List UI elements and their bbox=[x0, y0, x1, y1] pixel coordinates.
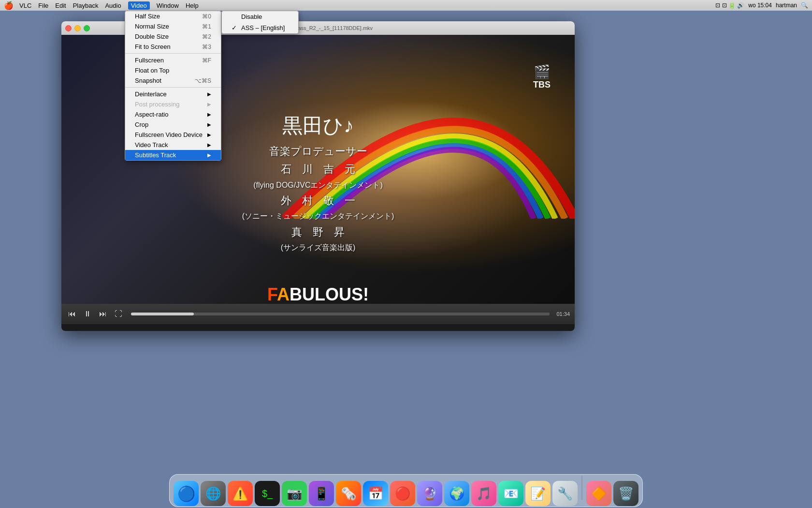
progress-fill bbox=[131, 313, 194, 315]
menubar-user: hartman bbox=[776, 2, 797, 9]
menu-subtitles-track[interactable]: Subtitles Track ▶ bbox=[125, 150, 221, 160]
menu-normal-size[interactable]: Normal Size ⌘1 bbox=[125, 21, 221, 31]
video-track-arrow-icon: ▶ bbox=[207, 142, 211, 148]
menu-deinterlace[interactable]: Deinterlace ▶ bbox=[125, 89, 221, 99]
maximize-button[interactable] bbox=[84, 25, 90, 31]
apple-menu[interactable]: 🍎 bbox=[4, 1, 14, 10]
menubar-window[interactable]: Window bbox=[157, 2, 179, 9]
menubar-right: ⊡ ⊡ 🔋 🔊 wo 15:04 hartman 🔍 bbox=[715, 2, 808, 9]
search-icon[interactable]: 🔍 bbox=[801, 2, 808, 9]
dock-icon-terminal[interactable]: $_ bbox=[255, 481, 280, 506]
menu-video-track-label: Video Track bbox=[135, 141, 168, 149]
menu-half-size[interactable]: Half Size ⌘0 bbox=[125, 11, 221, 21]
credits-line-2: 石 川 吉 元 bbox=[242, 161, 394, 178]
menu-float-on-top[interactable]: Float on Top bbox=[125, 65, 221, 75]
dock-icon-app7[interactable]: 🎵 bbox=[471, 481, 496, 506]
menu-fit-to-screen[interactable]: Fit to Screen ⌘3 bbox=[125, 42, 221, 52]
dock-icon-photos[interactable]: 📷 bbox=[282, 481, 307, 506]
menu-fit-to-screen-label: Fit to Screen bbox=[135, 43, 171, 50]
menu-fullscreen-label: Fullscreen bbox=[135, 57, 164, 64]
menu-normal-size-shortcut: ⌘1 bbox=[202, 23, 211, 30]
menu-fullscreen-video-device-label: Fullscreen Video Device bbox=[135, 131, 203, 138]
menu-sep-1 bbox=[125, 53, 221, 54]
subtitles-submenu: Disable ✓ ASS – [English] bbox=[221, 11, 299, 34]
dock: 🔵 🌐 ⚠️ $_ 📷 📱 🗞️ 📅 🔴 🔮 🌍 🎵 📧 📝 🔧 � bbox=[0, 469, 812, 508]
menubar-file[interactable]: File bbox=[38, 2, 48, 9]
dock-icon-safari[interactable]: 🌐 bbox=[201, 481, 226, 506]
progress-bar[interactable] bbox=[131, 313, 550, 315]
menu-aspect-ratio-label: Aspect-ratio bbox=[135, 111, 168, 118]
menu-half-size-label: Half Size bbox=[135, 13, 160, 20]
menubar-edit[interactable]: Edit bbox=[55, 2, 66, 9]
menu-crop-label: Crop bbox=[135, 121, 148, 128]
menu-double-size-shortcut: ⌘2 bbox=[202, 33, 211, 40]
menubar-playback[interactable]: Playback bbox=[73, 2, 99, 9]
credits-line-3: (flying DOG/JVCエンタテインメント) bbox=[242, 179, 394, 192]
menu-fullscreen[interactable]: Fullscreen ⌘F bbox=[125, 55, 221, 65]
video-menu: Half Size ⌘0 Normal Size ⌘1 Double Size … bbox=[125, 11, 221, 161]
menu-fullscreen-shortcut: ⌘F bbox=[202, 57, 211, 64]
credits-line-5: (ソニー・ミュージックエンタテインメント) bbox=[242, 210, 394, 223]
menu-sep-2 bbox=[125, 87, 221, 88]
menubar-audio[interactable]: Audio bbox=[105, 2, 121, 9]
menu-snapshot-shortcut: ⌥⌘S bbox=[195, 77, 211, 84]
aspect-ratio-arrow-icon: ▶ bbox=[207, 112, 211, 117]
menu-post-processing-label: Post processing bbox=[135, 101, 180, 108]
menu-double-size-label: Double Size bbox=[135, 33, 169, 40]
menubar-vlc[interactable]: VLC bbox=[19, 2, 31, 9]
subtitle-rest: BULOUS! bbox=[290, 284, 369, 304]
fast-forward-button[interactable]: ⏭ bbox=[97, 309, 109, 319]
deinterlace-arrow-icon: ▶ bbox=[207, 91, 211, 97]
crop-arrow-icon: ▶ bbox=[207, 122, 211, 127]
dock-icon-app10[interactable]: 🔧 bbox=[552, 481, 578, 506]
fullscreen-video-device-arrow-icon: ▶ bbox=[207, 132, 211, 137]
menu-fit-to-screen-shortcut: ⌘3 bbox=[202, 44, 211, 50]
dock-icon-warning[interactable]: ⚠️ bbox=[228, 481, 253, 506]
submenu-disable[interactable]: Disable bbox=[222, 11, 298, 22]
menu-double-size[interactable]: Double Size ⌘2 bbox=[125, 31, 221, 42]
credits-line-4: 外 村 敬 一 bbox=[242, 192, 394, 209]
dock-icon-app3[interactable]: 📅 bbox=[363, 481, 388, 506]
menubar: 🍎 VLC File Edit Playback Audio Video Win… bbox=[0, 0, 812, 11]
dock-icon-finder[interactable]: 🔵 bbox=[174, 481, 199, 506]
menu-snapshot-label: Snapshot bbox=[135, 77, 161, 84]
subtitle-f: F bbox=[267, 284, 277, 304]
minimize-button[interactable] bbox=[74, 25, 81, 31]
close-button[interactable] bbox=[65, 25, 72, 31]
dock-icon-app5[interactable]: 🔮 bbox=[417, 481, 442, 506]
menu-post-processing[interactable]: Post processing ▶ bbox=[125, 99, 221, 109]
dock-icon-app2[interactable]: 🗞️ bbox=[336, 481, 361, 506]
menu-crop[interactable]: Crop ▶ bbox=[125, 120, 221, 130]
credits-line-7: (サンライズ音楽出版) bbox=[242, 241, 394, 254]
credits-line-1: 音楽プロデューサー bbox=[242, 143, 394, 160]
rewind-button[interactable]: ⏮ bbox=[66, 309, 78, 319]
dock-icon-app1[interactable]: 📱 bbox=[309, 481, 334, 506]
menu-normal-size-label: Normal Size bbox=[135, 23, 169, 30]
dock-icon-app9[interactable]: 📝 bbox=[525, 481, 551, 506]
pause-button[interactable]: ⏸ bbox=[82, 309, 93, 319]
submenu-disable-label: Disable bbox=[241, 13, 262, 20]
menu-snapshot[interactable]: Snapshot ⌥⌘S bbox=[125, 75, 221, 86]
menubar-help[interactable]: Help bbox=[186, 2, 199, 9]
ass-english-check-icon: ✓ bbox=[232, 24, 238, 31]
video-controls: ⏮ ⏸ ⏭ ⛶ 01:34 bbox=[61, 304, 575, 324]
menu-video-track[interactable]: Video Track ▶ bbox=[125, 140, 221, 150]
submenu-ass-english-label: ASS – [English] bbox=[241, 24, 285, 31]
dock-icon-app6[interactable]: 🌍 bbox=[444, 481, 469, 506]
menu-aspect-ratio[interactable]: Aspect-ratio ▶ bbox=[125, 109, 221, 120]
menubar-time: wo 15:04 bbox=[748, 2, 772, 9]
menu-float-on-top-label: Float on Top bbox=[135, 67, 169, 74]
time-display: 01:34 bbox=[556, 311, 570, 317]
dock-icon-vlc[interactable]: 🔶 bbox=[586, 481, 611, 506]
fullscreen-ctrl-button[interactable]: ⛶ bbox=[113, 309, 124, 319]
menubar-video[interactable]: Video bbox=[128, 1, 150, 10]
menu-fullscreen-video-device[interactable]: Fullscreen Video Device ▶ bbox=[125, 130, 221, 140]
subtitles-track-arrow-icon: ▶ bbox=[207, 152, 211, 158]
dock-icon-trash[interactable]: 🗑️ bbox=[613, 481, 638, 506]
dock-icon-app4[interactable]: 🔴 bbox=[390, 481, 415, 506]
subtitle-text: FABULOUS! bbox=[61, 284, 575, 305]
menubar-icons: ⊡ ⊡ 🔋 🔊 bbox=[715, 2, 744, 9]
post-processing-arrow-icon: ▶ bbox=[207, 102, 211, 107]
submenu-ass-english[interactable]: ✓ ASS – [English] bbox=[222, 22, 298, 33]
dock-icon-app8[interactable]: 📧 bbox=[498, 481, 523, 506]
